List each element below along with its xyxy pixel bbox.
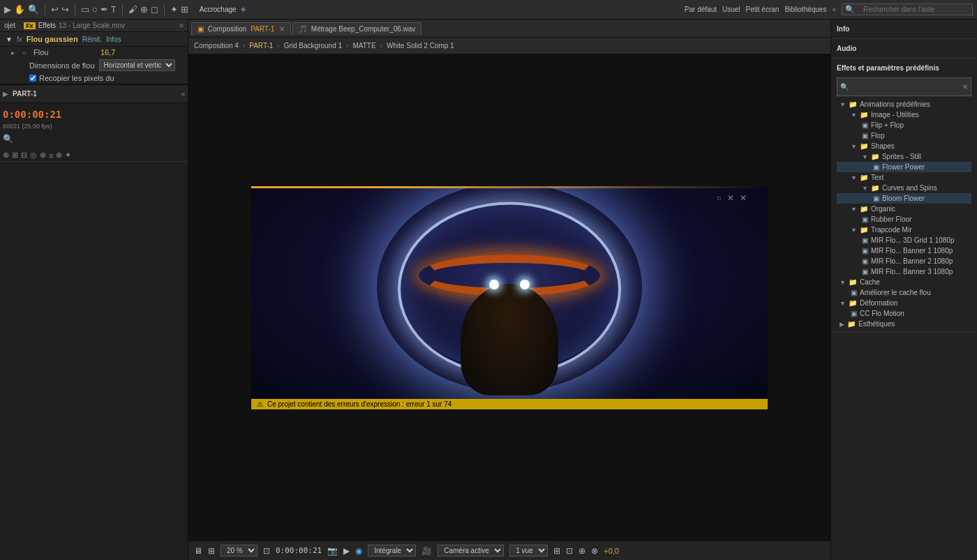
part1-tab-mini[interactable]: PART-1 <box>13 90 37 98</box>
breadcrumb-white[interactable]: White Solid 2 Comp 1 <box>387 42 454 50</box>
petit-ecran-btn[interactable]: Petit écran <box>746 6 780 13</box>
tree-mir-3[interactable]: ▣ MIR Flo... Banner 2 1080p <box>837 256 971 266</box>
ellipse-tool-icon[interactable]: ○ <box>92 4 98 15</box>
mini-ctrl-5[interactable]: ⊗ <box>40 151 46 160</box>
clone-tool-icon[interactable]: ⊕ <box>140 4 148 15</box>
extra-ctrl-4[interactable]: ⊗ <box>591 546 598 556</box>
tab-metrage[interactable]: 🎵 Métrage Beep_Computer_06.wav <box>292 22 422 35</box>
play-icon[interactable]: ▶ <box>343 546 350 556</box>
cc-flo-icon: ▣ <box>851 310 857 317</box>
extra-ctrl-2[interactable]: ⊡ <box>566 546 573 556</box>
mini-ctrl-3[interactable]: ⊟ <box>21 151 27 160</box>
usuel-btn[interactable]: Usuel <box>722 6 740 13</box>
mini-ctrl-7[interactable]: ⊕ <box>56 151 62 160</box>
bibliotheques-btn[interactable]: Bibliothèques <box>784 6 826 13</box>
tree-mir-1[interactable]: ▣ MIR Flo... 3D Grid 1 1080p <box>837 235 971 245</box>
breadcrumb-comp4[interactable]: Composition 4 <box>194 42 239 50</box>
effects-presets-title: Effets et paramètres prédéfinis <box>837 61 971 75</box>
select-tool-icon[interactable]: ⊞ <box>181 4 188 15</box>
tree-mir-4[interactable]: ▣ MIR Flo... Banner 3 1080p <box>837 266 971 277</box>
eraser-tool-icon[interactable]: ◻ <box>151 4 158 15</box>
mini-ctrl-1[interactable]: ⊕ <box>3 151 9 160</box>
tab-composition[interactable]: ▣ Composition PART-1 ✕ <box>191 22 291 35</box>
zoom-tool-icon[interactable]: 🔍 <box>28 4 39 15</box>
info-label[interactable]: Infos <box>106 36 121 43</box>
hand-tool-icon[interactable]: ✋ <box>14 4 25 15</box>
tree-ameliorer[interactable]: ▣ Améliorer le cache flou <box>837 287 971 298</box>
render-mode-select[interactable]: Intégrale <box>368 545 416 557</box>
recopier-checkbox[interactable] <box>29 75 36 82</box>
tree-sprites-still[interactable]: ▼ 📁 Sprites - Still <box>837 151 971 162</box>
sprites-folder-icon: 📁 <box>871 153 879 160</box>
fit-icon[interactable]: ⊡ <box>263 546 270 556</box>
panel-mini-expand[interactable]: ≡ <box>181 91 185 98</box>
color-icon[interactable]: ◉ <box>355 546 362 556</box>
camera-select[interactable]: Caméra active <box>438 545 504 557</box>
timeline-mini-icon: ▶ <box>3 90 8 98</box>
tree-shapes-folder[interactable]: ▼ 📁 Shapes <box>837 141 971 151</box>
tree-flop[interactable]: ▣ Flop <box>837 130 971 141</box>
curves-spins-label: Curves and Spins <box>882 184 937 192</box>
image-utils-folder-icon: 📁 <box>860 111 868 119</box>
reset-label[interactable]: Réinit. <box>82 36 102 43</box>
tab-close-icon[interactable]: ✕ <box>279 25 285 33</box>
tree-text-folder[interactable]: ▼ 📁 Text <box>837 172 971 183</box>
effects-tab-label[interactable]: Effets <box>38 22 56 29</box>
breadcrumb-grid[interactable]: Grid Background 1 <box>284 42 342 50</box>
esthetiques-folder-icon: 📁 <box>847 320 856 328</box>
panel-tab-ojet[interactable]: ojet <box>4 22 15 29</box>
monitor-icon[interactable]: 🖥 <box>194 546 202 556</box>
tree-bloom-flower[interactable]: ▣ Bloom Flower <box>837 193 971 204</box>
brush-tool-icon[interactable]: 🖌 <box>128 4 137 15</box>
view-select[interactable]: 1 vue <box>509 545 548 557</box>
curves-arrow: ▼ <box>862 185 868 192</box>
search-layers-icon[interactable]: 🔍 <box>3 134 13 144</box>
camera-icon[interactable]: 📷 <box>327 546 338 556</box>
magnet-icon[interactable]: ⌖ <box>241 4 246 15</box>
mini-ctrl-4[interactable]: ◎ <box>30 151 37 160</box>
pin-tool-icon[interactable]: ✦ <box>170 4 178 15</box>
zoom-select[interactable]: 20 % <box>221 545 258 557</box>
tree-mir-2[interactable]: ▣ MIR Flo... Banner 1 1080p <box>837 245 971 256</box>
breadcrumb-part1[interactable]: PART-1 <box>249 42 273 50</box>
tree-trapcode-folder[interactable]: ▼ 📁 Trapcode Mir <box>837 225 971 235</box>
pen-tool-icon[interactable]: ✒ <box>100 4 108 15</box>
par-defaut-btn[interactable]: Par défaut <box>685 6 717 13</box>
tree-flip-flop[interactable]: ▣ Flip + Flop <box>837 120 971 130</box>
tree-image-utils-folder[interactable]: ▼ 📁 Image - Utilities <box>837 109 971 120</box>
arrow-tool-icon[interactable]: ▶ <box>4 4 11 15</box>
grid-icon[interactable]: ⊞ <box>208 546 215 556</box>
redo-icon[interactable]: ↪ <box>61 4 69 15</box>
camera-active-icon[interactable]: 🎥 <box>422 546 432 556</box>
tree-rubber-floor[interactable]: ▣ Rubber Floor <box>837 214 971 225</box>
mini-ctrl-6[interactable]: ≡ <box>49 151 53 160</box>
tree-curves-spins[interactable]: ▼ 📁 Curves and Spins <box>837 183 971 193</box>
panel-expand-icon[interactable]: ≡ <box>179 22 184 29</box>
extra-ctrl-3[interactable]: ⊕ <box>579 546 586 556</box>
tree-cc-flo[interactable]: ▣ CC Flo Motion <box>837 308 971 319</box>
effect-expand-arrow[interactable]: ▼ <box>6 36 13 43</box>
sprites-arrow: ▼ <box>862 153 868 160</box>
expand-icon[interactable]: » <box>832 6 836 13</box>
mini-ctrl-2[interactable]: ⊞ <box>12 151 18 160</box>
audio-section: Audio <box>831 39 977 59</box>
tree-cache-folder[interactable]: ▼ 📁 Cache <box>837 277 971 287</box>
dimensions-dropdown[interactable]: Horizontal et vertic <box>99 59 175 71</box>
flou-value[interactable]: 16,7 <box>100 48 115 56</box>
undo-icon[interactable]: ↩ <box>51 4 59 15</box>
search-effects-input[interactable]: flo <box>849 82 962 92</box>
tree-deformation-folder[interactable]: ▼ 📁 Déformation <box>837 298 971 308</box>
extra-ctrl-1[interactable]: ⊞ <box>553 546 560 556</box>
text-tool-icon[interactable]: T <box>111 4 117 15</box>
tree-animations-folder[interactable]: ▼ 📁 Animations prédéfinies <box>837 99 971 109</box>
breadcrumb-matte[interactable]: MATTE <box>352 42 375 50</box>
tree-esthetiques-folder[interactable]: ▶ 📁 Esthétiques <box>837 319 971 329</box>
organic-folder-icon: 📁 <box>860 205 868 213</box>
top-search-input[interactable] <box>858 4 969 15</box>
mini-ctrl-8[interactable]: ✦ <box>65 151 71 160</box>
rect-tool-icon[interactable]: ▭ <box>81 4 89 15</box>
tree-organic-folder[interactable]: ▼ 📁 Organic <box>837 204 971 214</box>
separator-4 <box>164 4 165 15</box>
tree-flower-power[interactable]: ▣ Flower Power <box>837 162 971 172</box>
clear-search-icon[interactable]: ✕ <box>962 83 968 91</box>
